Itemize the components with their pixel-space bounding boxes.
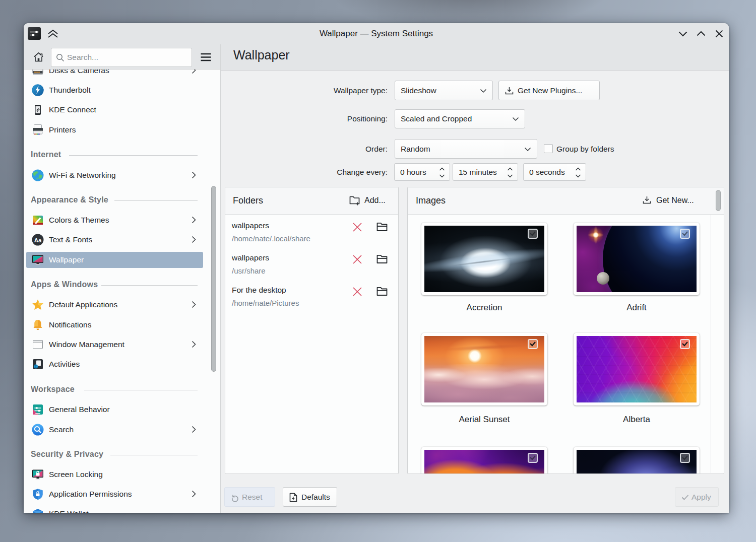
svg-text:Aa: Aa (34, 237, 42, 243)
